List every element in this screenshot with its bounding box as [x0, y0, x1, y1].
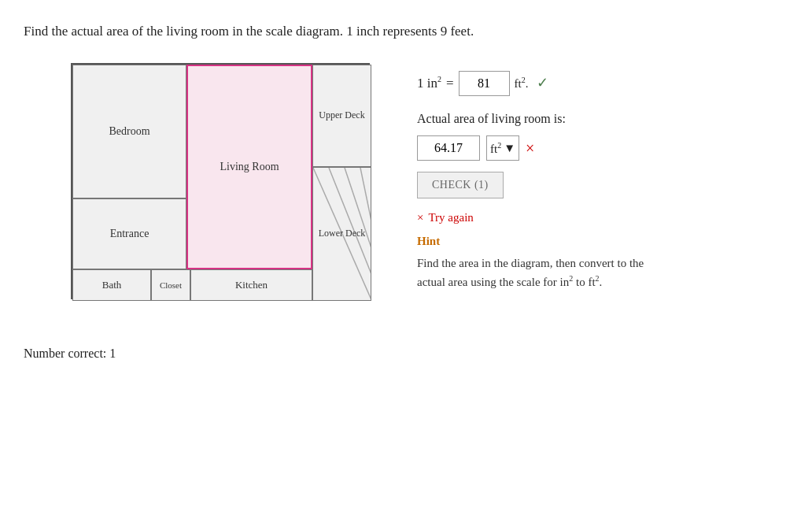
try-again: × Try again — [417, 211, 788, 224]
question-text: Find the actual area of the living room … — [24, 24, 788, 39]
dropdown-arrow: ▼ — [504, 142, 515, 155]
right-panel: 1 in2 = ft2. ✓ Actual area of living roo… — [417, 71, 788, 291]
scale-input[interactable] — [459, 71, 510, 96]
answer-row: ft2 ▼ × — [417, 135, 788, 161]
room-kitchen: Kitchen — [190, 269, 312, 301]
scale-checkmark: ✓ — [537, 74, 548, 91]
floor-plan-container: Bedroom Living Room Upper Deck Entrance … — [71, 63, 370, 299]
room-entrance: Entrance — [72, 198, 186, 269]
room-bath: Bath — [72, 269, 151, 301]
check-button[interactable]: CHECK (1) — [417, 172, 504, 198]
answer-input[interactable] — [417, 135, 480, 161]
clear-button[interactable]: × — [526, 139, 534, 158]
room-closet: Closet — [151, 269, 190, 301]
scale-row: 1 in2 = ft2. ✓ — [417, 71, 788, 96]
room-upper-deck: Upper Deck — [312, 65, 371, 167]
room-living: Living Room — [186, 65, 312, 269]
scale-equals: = — [446, 76, 454, 91]
room-lower-deck: Lower Deck — [312, 167, 371, 301]
scale-ft2: ft2. — [515, 76, 529, 91]
room-bedroom: Bedroom — [72, 65, 186, 198]
hint-label: Hint — [417, 232, 788, 250]
number-correct: Number correct: 1 — [24, 347, 788, 361]
unit-label: ft2 — [490, 141, 501, 156]
floor-plan: Bedroom Living Room Upper Deck Entrance … — [71, 63, 370, 299]
hint-text: Find the area in the diagram, then conve… — [417, 254, 653, 291]
svg-line-1 — [329, 168, 371, 276]
svg-line-3 — [360, 168, 371, 225]
hint-section: Hint Find the area in the diagram, then … — [417, 232, 788, 291]
try-again-text: Try again — [428, 211, 473, 224]
scale-prefix: 1 in2 — [417, 75, 441, 91]
unit-dropdown[interactable]: ft2 ▼ — [486, 135, 519, 161]
try-again-icon: × — [417, 211, 423, 224]
actual-area-label: Actual area of living room is: — [417, 112, 788, 126]
